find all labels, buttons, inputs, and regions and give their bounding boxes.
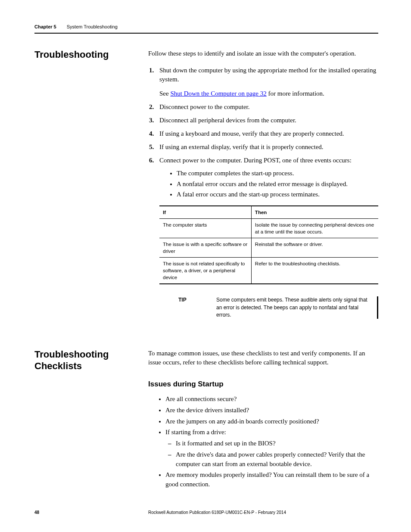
step-1-post: for more information. [267, 90, 324, 97]
step-3: Disconnect all peripheral devices from t… [159, 116, 378, 125]
table-header-row: If Then [159, 206, 378, 219]
page-footer: 48 Rockwell Automation Publication 6180P… [34, 510, 378, 515]
page-number: 48 [34, 510, 148, 515]
step-6-bullet-2: A nonfatal error occurs and the related … [177, 179, 378, 189]
table-row: The issue is with a specific software or… [159, 238, 378, 257]
list-item: Are memory modules properly installed? Y… [165, 470, 378, 489]
checklists-intro: To manage common issues, use these check… [148, 349, 378, 367]
page-header: Chapter 5 System Troubleshooting [34, 24, 378, 29]
step-5: If using an external display, verify tha… [159, 143, 378, 152]
table-header-then: Then [251, 206, 378, 219]
header-rule [34, 33, 378, 34]
table-cell: The computer starts [159, 218, 251, 238]
table-header-if: If [159, 206, 251, 219]
step-6-bullets: The computer completes the start-up proc… [159, 168, 378, 199]
tip-block: TIP Some computers emit beeps. These aud… [178, 296, 378, 319]
table-cell: Refer to the troubleshooting checklists. [251, 257, 378, 284]
table-cell: The issue is with a specific software or… [159, 238, 251, 257]
step-1-subtext: See Shut Down the Computer on page 32 fo… [159, 89, 378, 98]
steps-list: Shut down the computer by using the appr… [148, 66, 378, 319]
section-troubleshooting: Troubleshooting Follow these steps to id… [34, 49, 378, 323]
if-then-table: If Then The computer starts Isolate the … [159, 205, 378, 285]
table-row: The issue is not related specifically to… [159, 257, 378, 284]
step-1-pre: See [159, 90, 170, 97]
dash-item: Are the drive's data and power cables pr… [176, 450, 378, 469]
section-title-checklists: Troubleshooting Checklists [34, 349, 148, 372]
sub-dash-list: Is it formatted and set up in the BIOS? … [165, 439, 378, 469]
publication-info: Rockwell Automation Publication 6180P-UM… [148, 510, 378, 515]
dash-item: Is it formatted and set up in the BIOS? [176, 439, 378, 448]
list-item: Are the device drivers installed? [165, 406, 378, 415]
section-checklists: Troubleshooting Checklists To manage com… [34, 349, 378, 491]
chapter-label: Chapter 5 [34, 24, 56, 29]
table-cell: Reinstall the software or driver. [251, 238, 378, 257]
step-1-text: Shut down the computer by using the appr… [159, 67, 376, 83]
step-1: Shut down the computer by using the appr… [159, 66, 378, 98]
step-2: Disconnect power to the computer. [159, 103, 378, 112]
table-row: The computer starts Isolate the issue by… [159, 218, 378, 238]
table-cell: The issue is not related specifically to… [159, 257, 251, 284]
issues-startup-heading: Issues during Startup [148, 379, 378, 389]
list-item: Are all connections secure? [165, 395, 378, 404]
tip-text: Some computers emit beeps. These audible… [216, 296, 373, 319]
table-cell: Isolate the issue by connecting peripher… [251, 218, 378, 238]
section-title: Troubleshooting [34, 49, 148, 60]
shutdown-link[interactable]: Shut Down the Computer on page 32 [170, 90, 266, 97]
chapter-title: System Troubleshooting [67, 24, 118, 29]
step-6-text: Connect power to the computer. During PO… [159, 157, 352, 164]
step-4: If using a keyboard and mouse, verify th… [159, 129, 378, 138]
list-item: If starting from a drive: Is it formatte… [165, 428, 378, 469]
startup-checklist: Are all connections secure? Are the devi… [148, 395, 378, 489]
list-item: Are the jumpers on any add-in boards cor… [165, 417, 378, 426]
tip-label: TIP [178, 296, 216, 319]
list-item-text: If starting from a drive: [165, 429, 226, 436]
section-intro: Follow these steps to identify and isola… [148, 49, 378, 58]
step-6: Connect power to the computer. During PO… [159, 156, 378, 319]
step-6-bullet-1: The computer completes the start-up proc… [177, 168, 378, 178]
step-6-bullet-3: A fatal error occurs and the start-up pr… [177, 190, 378, 199]
